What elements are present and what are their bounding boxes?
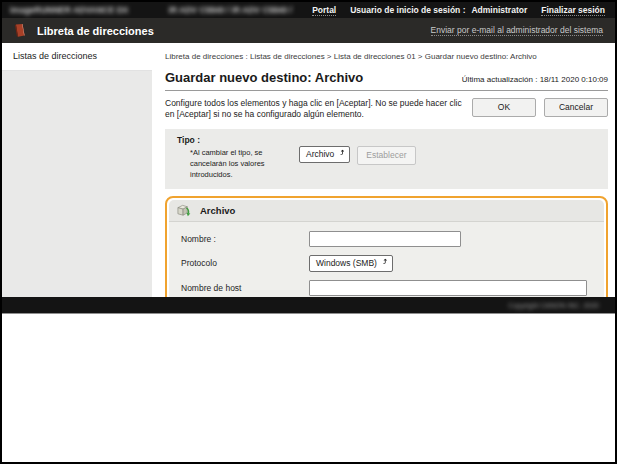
login-user-value: Administrator (471, 5, 527, 15)
breadcrumb[interactable]: Libreta de direcciones : Listas de direc… (165, 52, 608, 61)
last-update: Última actualización : 18/11 2020 0:10:0… (462, 75, 608, 85)
chevron-down-icon: ⤴︎ (340, 150, 344, 157)
top-bar: imageRUNNER ADVANCE DX iR ADV C5840 / iR… (2, 2, 615, 18)
device-info: imageRUNNER ADVANCE DX iR ADV C5840 / iR… (10, 5, 292, 15)
type-label: Tipo : (177, 135, 299, 145)
viewport-empty-area (2, 314, 615, 462)
title-divider (165, 90, 608, 91)
device-name: imageRUNNER ADVANCE DX (10, 5, 129, 15)
sidebar: Listas de direcciones (2, 43, 152, 297)
remote-ui-window: imageRUNNER ADVANCE DX iR ADV C5840 / iR… (0, 0, 617, 464)
set-button[interactable]: Establecer (357, 146, 415, 165)
protocol-select-value: Windows (SMB) (316, 258, 377, 268)
page-title: Guardar nuevo destino: Archivo (165, 70, 363, 85)
main-content: Libreta de direcciones : Listas de direc… (152, 43, 615, 297)
host-input[interactable] (309, 280, 587, 296)
file-panel-header: Archivo (169, 200, 604, 222)
email-admin-link[interactable]: Enviar por e-mail al administrador del s… (431, 25, 603, 36)
device-model: iR ADV C5840 / iR ADV C5840 / (169, 5, 293, 15)
protocol-select[interactable]: Windows (SMB) ⤴︎ (309, 255, 393, 272)
chevron-down-icon: ⤴︎ (383, 259, 387, 266)
logout-link[interactable]: Finalizar sesión (541, 5, 605, 16)
type-select-value: Archivo (306, 149, 334, 159)
host-label: Nombre de host (181, 283, 309, 293)
app-title: Libreta de direcciones (37, 25, 154, 37)
ok-button[interactable]: OK (472, 98, 536, 117)
app-bar: Libreta de direcciones Enviar por e-mail… (2, 18, 615, 43)
address-book-icon (12, 23, 27, 38)
login-user-label: Usuario de inicio de sesión : (350, 5, 465, 15)
cancel-button[interactable]: Cancelar (544, 98, 608, 117)
file-panel-body: Nombre : Protocolo Windows (SMB) ⤴︎ Nomb… (169, 222, 604, 297)
file-panel-title: Archivo (200, 205, 235, 216)
file-panel: Archivo Nombre : Protocolo Windows (SMB)… (165, 196, 608, 297)
instruction-text: Configure todos los elementos y haga cli… (165, 98, 472, 121)
protocol-label: Protocolo (181, 258, 309, 268)
sidebar-item-address-lists[interactable]: Listas de direcciones (2, 43, 152, 71)
footer-bar: Copyright CANON INC. 2020 (2, 297, 615, 314)
portal-link[interactable]: Portal (312, 5, 336, 16)
copyright-text: Copyright CANON INC. 2020 (508, 302, 599, 309)
type-select[interactable]: Archivo ⤴︎ (299, 146, 350, 163)
name-label: Nombre : (181, 234, 309, 244)
name-input[interactable] (309, 231, 461, 247)
type-note: *Al cambiar el tipo, se cancelarán los v… (190, 148, 290, 181)
save-to-file-icon (176, 203, 192, 218)
type-section: Tipo : *Al cambiar el tipo, se cancelará… (165, 129, 608, 189)
